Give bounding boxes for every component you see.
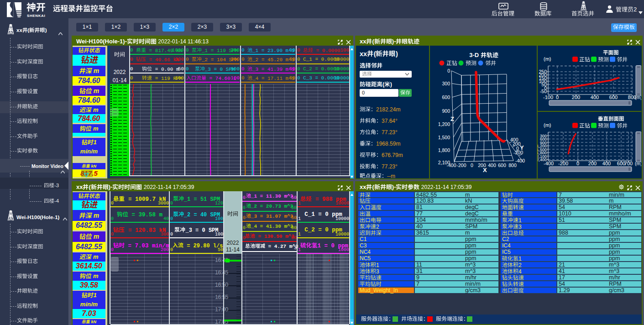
svg-text:-400: -400: [544, 161, 554, 166]
svg-text:1,800: 1,800: [438, 147, 450, 153]
svg-text:Z: Z: [450, 115, 454, 122]
svg-text:600: 600: [442, 94, 450, 100]
svg-text:Y: Y: [520, 144, 524, 151]
svg-text:400: 400: [488, 162, 496, 168]
svg-text:X: X: [483, 167, 487, 173]
svg-text:1,200: 1,200: [438, 121, 450, 127]
svg-text:-50: -50: [540, 89, 547, 94]
svg-text:300: 300: [442, 81, 450, 86]
svg-text:600: 600: [498, 162, 506, 168]
svg-text:900: 900: [442, 108, 450, 114]
svg-text:0: 0: [447, 68, 450, 73]
svg-text:-400: -400: [446, 162, 456, 168]
svg-text:1,500: 1,500: [438, 135, 450, 140]
svg-text:-100: -100: [543, 94, 553, 100]
svg-text:0: 0: [471, 162, 473, 168]
svg-text:-400: -400: [515, 158, 525, 163]
svg-text:-200: -200: [456, 162, 466, 168]
